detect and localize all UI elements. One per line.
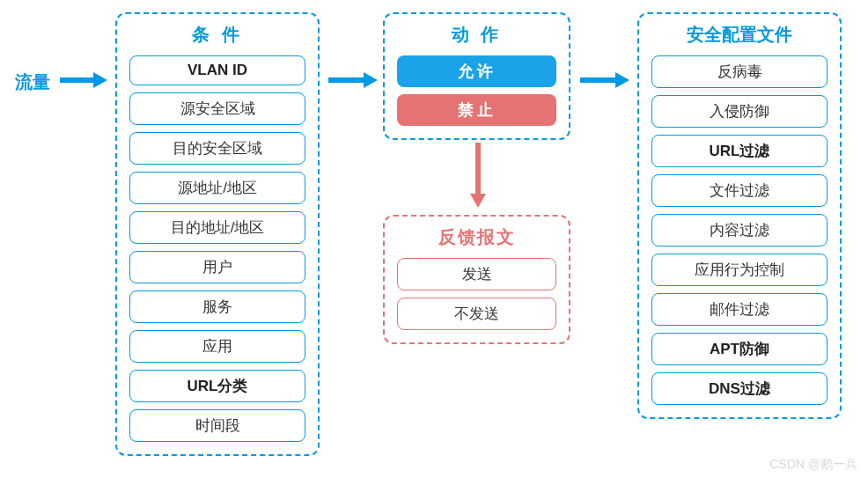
list-item: 应用行为控制	[651, 254, 828, 286]
list-item: APT防御	[651, 333, 828, 365]
list-item: VLAN ID	[129, 55, 305, 85]
list-item: URL分类	[129, 370, 305, 402]
traffic-label: 流量	[15, 70, 50, 94]
actions-title: 动 作	[397, 23, 556, 47]
list-item: 目的安全区域	[129, 132, 305, 165]
conditions-list: VLAN ID源安全区域目的安全区域源地址/地区目的地址/地区用户服务应用URL…	[129, 55, 305, 442]
list-item: URL过滤	[651, 135, 828, 167]
arrow-deny-to-feedback	[475, 143, 481, 194]
profiles-panel: 安全配置文件 反病毒入侵防御URL过滤文件过滤内容过滤应用行为控制邮件过滤APT…	[637, 12, 842, 419]
list-item: 用户	[129, 251, 305, 283]
watermark: CSDN @鹅一兵	[769, 457, 857, 473]
feedback-title: 反馈报文	[397, 225, 556, 249]
list-item: 时间段	[129, 409, 305, 442]
conditions-panel: 条 件 VLAN ID源安全区域目的安全区域源地址/地区目的地址/地区用户服务应…	[115, 12, 320, 456]
list-item: 源安全区域	[129, 92, 305, 125]
action-allow: 允许	[397, 55, 556, 87]
list-item: 源地址/地区	[129, 172, 305, 204]
list-item: 内容过滤	[651, 214, 828, 246]
list-item: 文件过滤	[651, 174, 828, 207]
conditions-title: 条 件	[129, 23, 305, 47]
list-item: DNS过滤	[651, 372, 828, 405]
feedback-panel: 反馈报文 发送不发送	[383, 215, 570, 344]
list-item: 应用	[129, 330, 305, 363]
actions-panel: 动 作 允许 禁止	[383, 12, 570, 140]
action-deny: 禁止	[397, 94, 556, 126]
list-item: 邮件过滤	[651, 293, 828, 326]
profiles-list: 反病毒入侵防御URL过滤文件过滤内容过滤应用行为控制邮件过滤APT防御DNS过滤	[651, 55, 828, 405]
list-item: 目的地址/地区	[129, 211, 305, 244]
arrow-traffic-to-conditions	[60, 77, 93, 83]
arrow-actions-to-profiles	[580, 77, 615, 83]
list-item: 服务	[129, 290, 305, 323]
list-item: 发送	[397, 258, 556, 290]
arrow-conditions-to-actions	[328, 77, 364, 83]
list-item: 入侵防御	[651, 95, 828, 128]
list-item: 不发送	[397, 298, 556, 330]
list-item: 反病毒	[651, 55, 828, 88]
profiles-title: 安全配置文件	[651, 23, 828, 47]
feedback-list: 发送不发送	[397, 258, 556, 330]
